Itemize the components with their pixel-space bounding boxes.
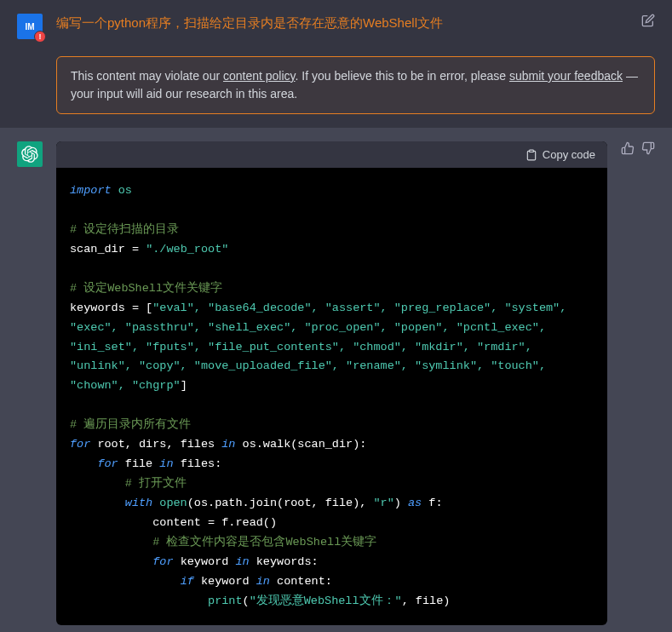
user-content: 编写一个python程序，扫描给定目录内是否存在恶意的WebShell文件 bbox=[56, 14, 628, 32]
avatar-warning-badge: ! bbox=[34, 31, 46, 43]
svg-rect-0 bbox=[530, 150, 534, 152]
content-policy-warning: This content may violate our content pol… bbox=[56, 56, 655, 114]
assistant-avatar bbox=[17, 141, 43, 167]
edit-icon[interactable] bbox=[641, 14, 655, 31]
user-prompt-text: 编写一个python程序，扫描给定目录内是否存在恶意的WebShell文件 bbox=[56, 14, 628, 32]
feedback-icons bbox=[621, 141, 655, 155]
warning-text: This content may violate our content pol… bbox=[71, 69, 638, 101]
thumbs-down-icon[interactable] bbox=[641, 141, 655, 155]
content-policy-link[interactable]: content policy bbox=[223, 69, 296, 83]
avatar-initials: IM bbox=[25, 22, 34, 32]
code-content: import os # 设定待扫描的目录 scan_dir = "./web_r… bbox=[56, 168, 607, 625]
code-block: Copy code import os # 设定待扫描的目录 scan_dir … bbox=[56, 141, 607, 625]
submit-feedback-link[interactable]: submit your feedback bbox=[509, 69, 623, 83]
assistant-message-row: Copy code import os # 设定待扫描的目录 scan_dir … bbox=[0, 128, 672, 632]
openai-logo-icon bbox=[21, 146, 38, 163]
copy-code-label: Copy code bbox=[543, 148, 595, 161]
user-message-row: IM ! 编写一个python程序，扫描给定目录内是否存在恶意的WebShell… bbox=[0, 0, 672, 48]
clipboard-icon bbox=[526, 149, 537, 161]
copy-code-button[interactable]: Copy code bbox=[56, 141, 607, 168]
thumbs-up-icon[interactable] bbox=[621, 141, 635, 155]
user-avatar: IM ! bbox=[17, 14, 43, 39]
